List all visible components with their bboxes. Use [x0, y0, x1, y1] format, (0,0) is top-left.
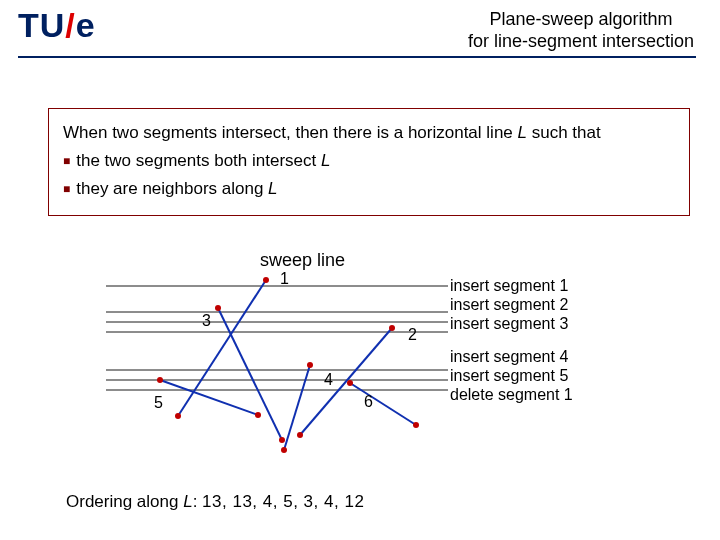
ordering-post: :: [193, 492, 202, 511]
header: TU/e Plane-sweep algorithm for line-segm…: [0, 0, 720, 64]
event-2: insert segment 2: [450, 295, 573, 314]
diagram: 123456: [60, 250, 490, 465]
intro-post: such that: [527, 123, 601, 142]
svg-line-19: [284, 365, 310, 450]
logo-slash: /: [65, 6, 75, 44]
svg-point-8: [263, 277, 269, 283]
header-underline: [18, 56, 696, 58]
bullet-2: ■ they are neighbors along L: [63, 175, 675, 203]
ordering-line: Ordering along L: 13, 13, 4, 5, 3, 4, 12: [66, 492, 364, 512]
ordering-pre: Ordering along: [66, 492, 183, 511]
svg-line-23: [160, 380, 258, 415]
svg-point-16: [215, 305, 221, 311]
b2-L: L: [268, 179, 277, 198]
b1-pre: the two segments both intersect: [76, 151, 321, 170]
bullet-icon: ■: [63, 175, 70, 203]
svg-point-25: [255, 412, 261, 418]
intro-L: L: [518, 123, 527, 142]
svg-text:1: 1: [280, 270, 289, 287]
svg-text:3: 3: [202, 312, 211, 329]
b2-pre: they are neighbors along: [76, 179, 268, 198]
event-1: insert segment 1: [450, 276, 573, 295]
svg-line-11: [300, 328, 392, 435]
svg-text:4: 4: [324, 371, 333, 388]
svg-point-28: [347, 380, 353, 386]
ordering-values-text: 13, 13, 4, 5, 3, 4, 12: [202, 492, 364, 511]
lemma-intro: When two segments intersect, then there …: [63, 119, 675, 147]
svg-point-21: [281, 447, 287, 453]
page-title: Plane-sweep algorithm for line-segment i…: [468, 8, 694, 52]
svg-point-12: [389, 325, 395, 331]
bullet-2-text: they are neighbors along L: [76, 175, 277, 203]
ordering-values: 13, 13, 4, 5, 3, 4, 12: [202, 492, 364, 511]
title-line-2: for line-segment intersection: [468, 30, 694, 52]
svg-point-17: [279, 437, 285, 443]
intro-pre: When two segments intersect, then there …: [63, 123, 518, 142]
svg-point-9: [175, 413, 181, 419]
event-list: insert segment 1 insert segment 2 insert…: [450, 276, 573, 404]
svg-point-20: [307, 362, 313, 368]
logo-e: e: [76, 6, 96, 44]
event-5: insert segment 5: [450, 366, 573, 385]
title-line-1: Plane-sweep algorithm: [468, 8, 694, 30]
bullet-1: ■ the two segments both intersect L: [63, 147, 675, 175]
svg-text:6: 6: [364, 393, 373, 410]
logo: TU/e: [18, 6, 96, 45]
event-4: insert segment 4: [450, 347, 573, 366]
b1-L: L: [321, 151, 330, 170]
svg-line-7: [178, 280, 266, 416]
event-6: delete segment 1: [450, 385, 573, 404]
lemma-box: When two segments intersect, then there …: [48, 108, 690, 216]
bullet-1-text: the two segments both intersect L: [76, 147, 330, 175]
diagram-svg: 123456: [60, 250, 490, 465]
ordering-L: L: [183, 492, 192, 511]
svg-line-27: [350, 383, 416, 425]
svg-line-15: [218, 308, 282, 440]
svg-point-24: [157, 377, 163, 383]
logo-tu: TU: [18, 6, 65, 44]
bullet-icon: ■: [63, 147, 70, 175]
svg-point-29: [413, 422, 419, 428]
svg-text:5: 5: [154, 394, 163, 411]
event-3: insert segment 3: [450, 314, 573, 333]
svg-point-13: [297, 432, 303, 438]
svg-text:2: 2: [408, 326, 417, 343]
